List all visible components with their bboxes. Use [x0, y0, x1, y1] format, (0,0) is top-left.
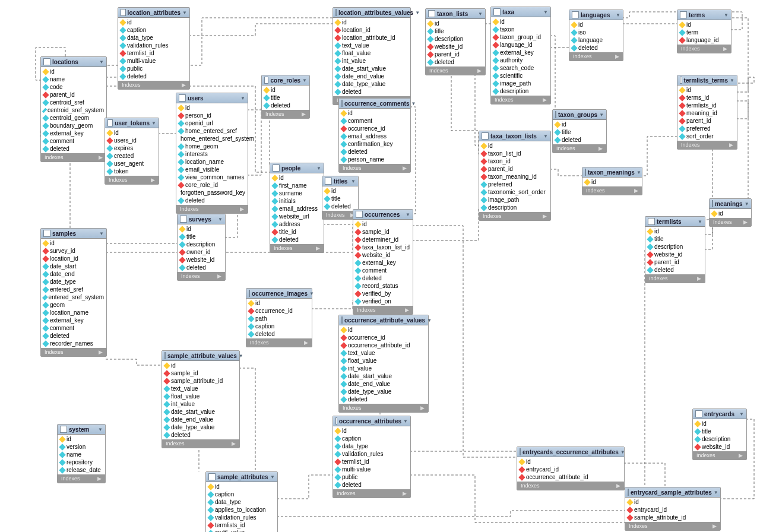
table-header[interactable]: titles▼	[322, 176, 358, 186]
attr-icon	[42, 76, 49, 83]
table-languages[interactable]: languages▼idisolanguagedeletedIndexes▶	[569, 10, 623, 61]
table-header[interactable]: languages▼	[569, 10, 623, 20]
indexes-row[interactable]: Indexes▶	[333, 489, 410, 498]
table-entrycards_occurrence_attributes[interactable]: entrycards_occurrence_attributes▼identry…	[517, 446, 625, 490]
table-sample_attributes[interactable]: sample_attributes▼idcaptiondata_typeappl…	[205, 471, 278, 532]
table-header[interactable]: core_roles▼	[262, 75, 309, 86]
indexes-row[interactable]: Indexes▶	[270, 244, 324, 252]
table-occurrence_comments[interactable]: occurrence_comments▼idcommentoccurrence_…	[338, 98, 411, 173]
indexes-row[interactable]: Indexes▶	[118, 81, 189, 89]
table-header[interactable]: occurrence_attributes▼	[333, 416, 410, 426]
indexes-row[interactable]: Indexes▶	[569, 52, 623, 61]
indexes-row[interactable]: Indexes▶	[491, 96, 550, 104]
indexes-row[interactable]: Indexes▶	[426, 66, 485, 75]
table-taxa_taxon_lists[interactable]: taxa_taxon_lists▼idtaxon_list_idtaxon_id…	[479, 131, 551, 221]
indexes-row[interactable]: Indexes▶	[645, 274, 705, 283]
indexes-row[interactable]: Indexes▶	[262, 110, 309, 118]
table-locations[interactable]: locations▼idnamecodeparent_idcentroid_sr…	[40, 56, 107, 162]
table-header[interactable]: occurrence_attribute_values▼	[339, 315, 428, 325]
table-taxon_groups[interactable]: taxon_groups▼idtitledeletedIndexes▶	[552, 109, 607, 153]
table-header[interactable]: occurrence_comments▼	[339, 99, 410, 109]
table-header[interactable]: taxon_lists▼	[426, 9, 485, 19]
indexes-row[interactable]: Indexes▶	[553, 144, 606, 153]
column-name: date_end_value	[348, 381, 390, 387]
indexes-row[interactable]: Indexes▶	[677, 141, 737, 149]
indexes-row[interactable]: Indexes▶	[693, 451, 746, 460]
indexes-row[interactable]: Indexes▶	[176, 205, 248, 213]
indexes-row[interactable]: Indexes▶	[339, 164, 410, 172]
table-header[interactable]: samples▼	[41, 229, 106, 239]
attr-icon	[492, 72, 499, 79]
indexes-row[interactable]: Indexes▶	[710, 218, 751, 226]
column-name: email_address	[279, 205, 318, 212]
table-header[interactable]: location_attributes_values▼	[333, 8, 410, 18]
table-header[interactable]: taxon_groups▼	[553, 110, 606, 120]
table-header[interactable]: sample_attributes▼	[206, 472, 277, 482]
table-samples[interactable]: samples▼idsurvey_idlocation_iddate_start…	[40, 228, 107, 357]
indexes-row[interactable]: Indexes▶	[162, 439, 239, 448]
chevron-down-icon: ▼	[403, 419, 408, 424]
column: description	[178, 240, 225, 248]
table-header[interactable]: user_tokens▼	[105, 118, 159, 128]
table-entrycard_sample_attributes[interactable]: entrycard_sample_attributes▼identrycard_…	[625, 487, 721, 531]
table-occurrences[interactable]: occurrences▼idsample_iddeterminer_idtaxa…	[353, 209, 413, 315]
indexes-row[interactable]: Indexes▶	[41, 348, 106, 356]
table-header[interactable]: entrycards_occurrence_attributes▼	[517, 447, 624, 457]
table-taxon_lists[interactable]: taxon_lists▼idtitledescriptionwebsite_id…	[425, 8, 486, 75]
table-occurrence_attribute_values[interactable]: occurrence_attribute_values▼idoccurrence…	[338, 315, 429, 413]
table-header[interactable]: terms▼	[677, 10, 731, 20]
table-user_tokens[interactable]: user_tokens▼idusers_idexpirescreateduser…	[104, 118, 159, 185]
table-termlists[interactable]: termlists▼idtitledescriptionwebsite_idpa…	[645, 216, 705, 283]
table-taxa[interactable]: taxa▼idtaxontaxon_group_idlanguage_idext…	[490, 7, 551, 104]
table-header[interactable]: sample_attribute_values▼	[162, 351, 239, 361]
table-system[interactable]: system▼idversionnamerepositoryrelease_da…	[57, 424, 106, 483]
chevron-down-icon: ▼	[240, 96, 245, 101]
attr-icon	[42, 309, 49, 316]
indexes-row[interactable]: Indexes▶	[582, 186, 642, 195]
column-name: sample_attribute_id	[634, 514, 686, 521]
indexes-row[interactable]: Indexes▶	[246, 338, 312, 347]
table-sample_attribute_values[interactable]: sample_attribute_values▼idsample_idsampl…	[162, 350, 240, 448]
table-header[interactable]: entrycards▼	[693, 409, 746, 419]
indexes-row[interactable]: Indexes▶	[339, 404, 428, 412]
indexes-row[interactable]: Indexes▶	[517, 482, 624, 490]
table-location_attributes[interactable]: location_attributes▼idcaptiondata_typeva…	[118, 7, 190, 90]
indexes-row[interactable]: Indexes▶	[58, 474, 105, 483]
table-meanings[interactable]: meanings▼idIndexes▶	[709, 198, 752, 227]
table-header[interactable]: entrycard_sample_attributes▼	[625, 487, 720, 498]
indexes-row[interactable]: Indexes▶	[353, 306, 413, 314]
indexes-row[interactable]: Indexes▶	[41, 153, 106, 162]
table-users[interactable]: users▼idperson_idopenid_urlhome_entered_…	[176, 93, 248, 214]
table-people[interactable]: people▼idfirst_namesurnameinitialsemail_…	[270, 163, 324, 253]
table-header[interactable]: system▼	[58, 425, 105, 435]
table-occurrence_attributes[interactable]: occurrence_attributes▼idcaptiondata_type…	[332, 416, 411, 498]
table-header[interactable]: people▼	[270, 163, 324, 173]
indexes-row[interactable]: Indexes▶	[479, 212, 550, 220]
table-occurrence_images[interactable]: occurrence_images▼idoccurrence_idpathcap…	[246, 288, 312, 347]
table-header[interactable]: surveys▼	[178, 214, 225, 224]
table-location_attributes_values[interactable]: location_attributes_values▼idlocation_id…	[332, 7, 411, 105]
table-termlists_terms[interactable]: termlists_terms▼idterms_idtermlists_idme…	[677, 75, 737, 150]
table-entrycards[interactable]: entrycards▼idtitledescriptionwebsite_idI…	[692, 408, 747, 460]
table-header[interactable]: users▼	[176, 93, 248, 103]
table-surveys[interactable]: surveys▼idtitledescriptionowner_idwebsit…	[177, 214, 226, 281]
indexes-row[interactable]: Indexes▶	[105, 176, 159, 184]
indexes-row[interactable]: Indexes▶	[677, 45, 731, 53]
table-header[interactable]: taxa▼	[491, 7, 550, 17]
column-name: token	[114, 168, 128, 175]
table-header[interactable]: occurrence_images▼	[246, 289, 312, 299]
indexes-row[interactable]: Indexes▶	[178, 272, 225, 280]
table-header[interactable]: meanings▼	[710, 199, 751, 209]
indexes-label: Indexes	[326, 212, 345, 218]
table-header[interactable]: locations▼	[41, 57, 106, 67]
table-header[interactable]: termlists▼	[645, 217, 705, 227]
indexes-row[interactable]: Indexes▶	[625, 522, 720, 530]
table-header[interactable]: location_attributes▼	[118, 8, 189, 18]
table-taxon_meanings[interactable]: taxon_meanings▼idIndexes▶	[582, 167, 642, 195]
table-core_roles[interactable]: core_roles▼idtitledeletedIndexes▶	[261, 75, 310, 119]
table-header[interactable]: taxon_meanings▼	[582, 167, 642, 178]
table-header[interactable]: taxa_taxon_lists▼	[479, 131, 550, 141]
table-header[interactable]: occurrences▼	[353, 210, 413, 220]
table-terms[interactable]: terms▼idtermlanguage_idIndexes▶	[677, 10, 732, 53]
table-header[interactable]: termlists_terms▼	[677, 75, 737, 86]
